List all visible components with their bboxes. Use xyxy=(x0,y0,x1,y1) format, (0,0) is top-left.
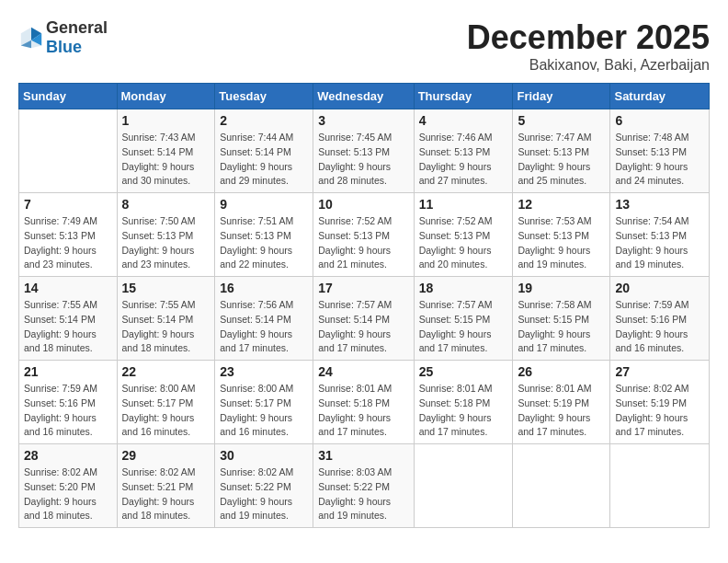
day-number: 16 xyxy=(220,281,308,295)
calendar-cell: 3Sunrise: 7:45 AM Sunset: 5:13 PM Daylig… xyxy=(313,109,414,193)
day-info: Sunrise: 8:00 AM Sunset: 5:17 PM Dayligh… xyxy=(220,382,308,440)
logo: General Blue xyxy=(18,18,108,57)
day-info: Sunrise: 7:58 AM Sunset: 5:15 PM Dayligh… xyxy=(518,298,605,356)
day-info: Sunrise: 8:01 AM Sunset: 5:18 PM Dayligh… xyxy=(318,382,408,440)
day-number: 11 xyxy=(419,197,508,212)
logo-text-general: General xyxy=(46,18,108,37)
day-info: Sunrise: 8:01 AM Sunset: 5:18 PM Dayligh… xyxy=(419,382,508,440)
calendar-cell: 31Sunrise: 8:03 AM Sunset: 5:22 PM Dayli… xyxy=(313,444,414,528)
calendar-cell: 9Sunrise: 7:51 AM Sunset: 5:13 PM Daylig… xyxy=(215,193,313,277)
day-number: 20 xyxy=(615,281,704,295)
day-number: 23 xyxy=(220,364,308,379)
day-info: Sunrise: 7:50 AM Sunset: 5:13 PM Dayligh… xyxy=(122,214,210,272)
day-number: 31 xyxy=(318,448,408,463)
calendar-cell xyxy=(414,444,513,528)
day-info: Sunrise: 7:57 AM Sunset: 5:15 PM Dayligh… xyxy=(419,298,508,356)
calendar-cell: 14Sunrise: 7:55 AM Sunset: 5:14 PM Dayli… xyxy=(19,277,118,361)
calendar-cell: 4Sunrise: 7:46 AM Sunset: 5:13 PM Daylig… xyxy=(414,109,513,193)
month-title: December 2025 xyxy=(467,18,710,57)
header-row: SundayMondayTuesdayWednesdayThursdayFrid… xyxy=(19,84,710,109)
day-info: Sunrise: 7:53 AM Sunset: 5:13 PM Dayligh… xyxy=(518,214,605,272)
calendar-cell: 17Sunrise: 7:57 AM Sunset: 5:14 PM Dayli… xyxy=(313,277,414,361)
day-number: 3 xyxy=(318,113,408,128)
calendar-cell: 21Sunrise: 7:59 AM Sunset: 5:16 PM Dayli… xyxy=(19,361,118,444)
day-number: 4 xyxy=(419,113,508,128)
calendar-cell: 8Sunrise: 7:50 AM Sunset: 5:13 PM Daylig… xyxy=(117,193,215,277)
day-info: Sunrise: 8:01 AM Sunset: 5:19 PM Dayligh… xyxy=(518,382,605,440)
location-subtitle: Bakixanov, Baki, Azerbaijan xyxy=(467,57,710,74)
day-info: Sunrise: 7:43 AM Sunset: 5:14 PM Dayligh… xyxy=(122,131,210,189)
day-number: 29 xyxy=(122,448,210,463)
day-info: Sunrise: 7:55 AM Sunset: 5:14 PM Dayligh… xyxy=(122,298,210,356)
calendar-cell: 15Sunrise: 7:55 AM Sunset: 5:14 PM Dayli… xyxy=(117,277,215,361)
day-info: Sunrise: 8:02 AM Sunset: 5:20 PM Dayligh… xyxy=(24,465,112,523)
day-info: Sunrise: 7:46 AM Sunset: 5:13 PM Dayligh… xyxy=(419,131,508,189)
calendar-cell: 18Sunrise: 7:57 AM Sunset: 5:15 PM Dayli… xyxy=(414,277,513,361)
day-number: 22 xyxy=(122,364,210,379)
day-info: Sunrise: 7:59 AM Sunset: 5:16 PM Dayligh… xyxy=(24,382,112,440)
page-header: General Blue December 2025 Bakixanov, Ba… xyxy=(18,18,710,74)
calendar-week-1: 1Sunrise: 7:43 AM Sunset: 5:14 PM Daylig… xyxy=(19,109,710,193)
header-cell-saturday: Saturday xyxy=(610,84,710,109)
calendar-cell: 10Sunrise: 7:52 AM Sunset: 5:13 PM Dayli… xyxy=(313,193,414,277)
calendar-body: 1Sunrise: 7:43 AM Sunset: 5:14 PM Daylig… xyxy=(19,109,710,528)
day-number: 5 xyxy=(518,113,605,128)
logo-text-blue: Blue xyxy=(46,38,82,56)
calendar-cell: 6Sunrise: 7:48 AM Sunset: 5:13 PM Daylig… xyxy=(610,109,710,193)
day-number: 12 xyxy=(518,197,605,212)
day-number: 9 xyxy=(220,197,308,212)
calendar-cell: 30Sunrise: 8:02 AM Sunset: 5:22 PM Dayli… xyxy=(215,444,313,528)
day-number: 6 xyxy=(615,113,704,128)
day-info: Sunrise: 7:59 AM Sunset: 5:16 PM Dayligh… xyxy=(615,298,704,356)
calendar-cell xyxy=(513,444,610,528)
calendar-week-3: 14Sunrise: 7:55 AM Sunset: 5:14 PM Dayli… xyxy=(19,277,710,361)
calendar-cell: 25Sunrise: 8:01 AM Sunset: 5:18 PM Dayli… xyxy=(414,361,513,444)
calendar-cell: 2Sunrise: 7:44 AM Sunset: 5:14 PM Daylig… xyxy=(215,109,313,193)
header-cell-tuesday: Tuesday xyxy=(215,84,313,109)
calendar-cell: 27Sunrise: 8:02 AM Sunset: 5:19 PM Dayli… xyxy=(610,361,710,444)
header-cell-friday: Friday xyxy=(513,84,610,109)
calendar-cell: 1Sunrise: 7:43 AM Sunset: 5:14 PM Daylig… xyxy=(117,109,215,193)
day-number: 27 xyxy=(615,364,704,379)
logo-icon xyxy=(18,25,44,51)
day-number: 17 xyxy=(318,281,408,295)
day-info: Sunrise: 7:48 AM Sunset: 5:13 PM Dayligh… xyxy=(615,131,704,189)
calendar-cell: 16Sunrise: 7:56 AM Sunset: 5:14 PM Dayli… xyxy=(215,277,313,361)
day-info: Sunrise: 7:52 AM Sunset: 5:13 PM Dayligh… xyxy=(318,214,408,272)
calendar-cell: 24Sunrise: 8:01 AM Sunset: 5:18 PM Dayli… xyxy=(313,361,414,444)
day-number: 7 xyxy=(24,197,112,212)
calendar-week-2: 7Sunrise: 7:49 AM Sunset: 5:13 PM Daylig… xyxy=(19,193,710,277)
day-number: 2 xyxy=(220,113,308,128)
calendar-cell: 19Sunrise: 7:58 AM Sunset: 5:15 PM Dayli… xyxy=(513,277,610,361)
calendar-table: SundayMondayTuesdayWednesdayThursdayFrid… xyxy=(18,83,710,528)
calendar-cell: 20Sunrise: 7:59 AM Sunset: 5:16 PM Dayli… xyxy=(610,277,710,361)
calendar-cell: 5Sunrise: 7:47 AM Sunset: 5:13 PM Daylig… xyxy=(513,109,610,193)
day-number: 13 xyxy=(615,197,704,212)
day-number: 18 xyxy=(419,281,508,295)
day-info: Sunrise: 7:49 AM Sunset: 5:13 PM Dayligh… xyxy=(24,214,112,272)
day-info: Sunrise: 7:47 AM Sunset: 5:13 PM Dayligh… xyxy=(518,131,605,189)
day-number: 1 xyxy=(122,113,210,128)
day-info: Sunrise: 8:02 AM Sunset: 5:19 PM Dayligh… xyxy=(615,382,704,440)
header-cell-thursday: Thursday xyxy=(414,84,513,109)
day-number: 24 xyxy=(318,364,408,379)
calendar-cell: 13Sunrise: 7:54 AM Sunset: 5:13 PM Dayli… xyxy=(610,193,710,277)
calendar-cell: 11Sunrise: 7:52 AM Sunset: 5:13 PM Dayli… xyxy=(414,193,513,277)
day-info: Sunrise: 7:52 AM Sunset: 5:13 PM Dayligh… xyxy=(419,214,508,272)
calendar-header: SundayMondayTuesdayWednesdayThursdayFrid… xyxy=(19,84,710,109)
calendar-cell: 7Sunrise: 7:49 AM Sunset: 5:13 PM Daylig… xyxy=(19,193,118,277)
calendar-week-4: 21Sunrise: 7:59 AM Sunset: 5:16 PM Dayli… xyxy=(19,361,710,444)
day-info: Sunrise: 7:51 AM Sunset: 5:13 PM Dayligh… xyxy=(220,214,308,272)
day-info: Sunrise: 7:45 AM Sunset: 5:13 PM Dayligh… xyxy=(318,131,408,189)
day-number: 26 xyxy=(518,364,605,379)
title-block: December 2025 Bakixanov, Baki, Azerbaija… xyxy=(467,18,710,74)
calendar-cell: 23Sunrise: 8:00 AM Sunset: 5:17 PM Dayli… xyxy=(215,361,313,444)
day-info: Sunrise: 7:56 AM Sunset: 5:14 PM Dayligh… xyxy=(220,298,308,356)
day-number: 10 xyxy=(318,197,408,212)
header-cell-sunday: Sunday xyxy=(19,84,118,109)
day-number: 25 xyxy=(419,364,508,379)
header-cell-monday: Monday xyxy=(117,84,215,109)
day-info: Sunrise: 7:44 AM Sunset: 5:14 PM Dayligh… xyxy=(220,131,308,189)
day-number: 30 xyxy=(220,448,308,463)
calendar-cell: 22Sunrise: 8:00 AM Sunset: 5:17 PM Dayli… xyxy=(117,361,215,444)
